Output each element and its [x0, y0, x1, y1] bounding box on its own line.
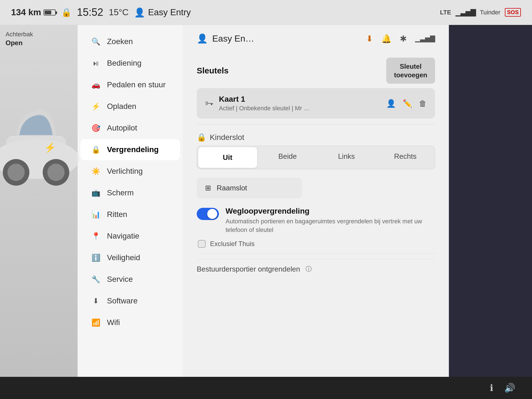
status-left: 134 km 🔒 15:52 15°C 👤 Easy Entry [11, 6, 440, 18]
nav-sidebar: 🔍 Zoeken ⏯ Bediening 🚗 Pedalen en stuur … [78, 25, 183, 377]
taskbar-info-icon[interactable]: ℹ [490, 383, 493, 393]
nav-item-service[interactable]: 🔧 Service [80, 269, 180, 290]
profile-person-icon: 👤 [197, 33, 208, 44]
add-key-button[interactable]: Sleutel toevoegen [386, 58, 435, 84]
nav-item-scherm[interactable]: 📺 Scherm [80, 182, 180, 203]
nav-item-vergrendeling[interactable]: 🔒 Vergrendeling [80, 139, 180, 160]
profile-name-display: 👤 Easy En… [197, 33, 254, 44]
main-area: Achterbak Open ⚡ 🔍 Zoeken ⏯ [0, 25, 532, 377]
search-icon: 🔍 [91, 37, 100, 46]
taskbar: ℹ 🔊 [0, 377, 532, 399]
range-text: 134 km [11, 7, 41, 17]
nav-item-software[interactable]: ⬇ Software [80, 290, 180, 311]
battery-icon [44, 9, 56, 16]
kinderslot-option-rechts[interactable]: Rechts [376, 146, 435, 169]
network-label: Tuinder [480, 9, 500, 16]
exclusief-thuis-checkbox[interactable] [198, 240, 206, 248]
svg-text:⚡: ⚡ [44, 142, 56, 153]
wifi-icon: 📶 [91, 318, 100, 327]
trunk-label: Achterbak Open [6, 30, 33, 47]
nav-item-bediening[interactable]: ⏯ Bediening [80, 53, 180, 74]
nav-label-veiligheid: Veiligheid [107, 253, 140, 262]
nav-item-ritten[interactable]: 📊 Ritten [80, 204, 180, 225]
bell-icon[interactable]: 🔔 [381, 34, 392, 44]
key-info: Kaart 1 Actief | Onbekende sleutel | Mr … [219, 95, 381, 112]
raamslot-label: Raamslot [217, 184, 247, 192]
key-status: Actief | Onbekende sleutel | Mr … [219, 105, 381, 112]
signal-bars-icon: ▁▃▅▇ [456, 8, 475, 17]
lock-status-icon: 🔒 [61, 7, 71, 17]
key-name: Kaart 1 [219, 95, 381, 104]
header-icons: ⬇ 🔔 ✱ ▁▃▅▇ [366, 34, 435, 44]
nav-label-software: Software [107, 296, 138, 305]
nav-item-zoeken[interactable]: 🔍 Zoeken [80, 31, 180, 52]
key-edit-icon[interactable]: ✏️ [403, 99, 412, 108]
nav-item-opladen[interactable]: ⚡ Opladen [80, 96, 180, 117]
divider-2 [197, 253, 435, 254]
kinderslot-label: Kinderslot [210, 133, 244, 142]
nav-item-pedalen[interactable]: 🚗 Pedalen en stuur [80, 74, 180, 95]
nav-item-veiligheid[interactable]: ℹ️ Veiligheid [80, 247, 180, 268]
kinderslot-option-beide[interactable]: Beide [258, 146, 317, 169]
nav-label-verlichting: Verlichting [107, 167, 143, 176]
screen-icon: 📺 [91, 189, 100, 197]
nav-item-wifi[interactable]: 📶 Wifi [80, 312, 180, 333]
taskbar-volume-icon[interactable]: 🔊 [504, 383, 515, 393]
key-assign-person-icon[interactable]: 👤 [386, 99, 396, 108]
key-card: 🗝 Kaart 1 Actief | Onbekende sleutel | M… [197, 88, 435, 119]
raamslot-button[interactable]: ⊞ Raamslot [197, 178, 302, 198]
autopilot-icon: 🎯 [91, 124, 100, 132]
nav-item-navigatie[interactable]: 📍 Navigatie [80, 226, 180, 247]
content-panel: 👤 Easy En… ⬇ 🔔 ✱ ▁▃▅▇ Sleutels Sleutel t… [183, 25, 449, 377]
svg-point-5 [47, 164, 65, 181]
light-icon: ☀️ [91, 167, 100, 176]
nav-label-bediening: Bediening [107, 59, 142, 68]
wegloop-row: Wegloopvergrendeling Automatisch portier… [197, 207, 435, 234]
wegloop-desc: Automatisch portieren en bagageruimtes v… [226, 217, 435, 234]
sleutels-title: Sleutels [197, 66, 229, 75]
pedals-icon: 🚗 [91, 81, 100, 89]
childlock-icon: 🔒 [197, 133, 206, 142]
sos-label: SOS [505, 8, 521, 17]
nav-label-opladen: Opladen [107, 102, 136, 111]
right-panel [449, 25, 532, 377]
service-icon: 🔧 [91, 275, 100, 284]
status-time: 15:52 [77, 6, 103, 18]
window-lock-icon: ⊞ [205, 184, 211, 192]
exclusief-thuis-label: Exclusief Thuis [210, 240, 255, 248]
nav-item-autopilot[interactable]: 🎯 Autopilot [80, 117, 180, 139]
key-icon: 🗝 [205, 99, 213, 108]
nav-label-navigatie: Navigatie [107, 232, 139, 241]
wegloop-title: Wegloopvergrendeling [226, 207, 435, 216]
nav-label-vergrendeling: Vergrendeling [107, 145, 159, 154]
exclusief-thuis-row: Exclusief Thuis [197, 240, 435, 248]
kinderslot-option-uit[interactable]: Uit [198, 147, 257, 168]
charge-icon: ⚡ [91, 102, 100, 111]
status-profile: 👤 Easy Entry [134, 7, 191, 18]
software-icon: ⬇ [91, 297, 100, 305]
download-icon[interactable]: ⬇ [366, 34, 373, 44]
nav-item-verlichting[interactable]: ☀️ Verlichting [80, 161, 180, 182]
svg-point-3 [7, 164, 25, 181]
profile-header: 👤 Easy En… ⬇ 🔔 ✱ ▁▃▅▇ [197, 33, 435, 49]
profile-name: Easy Entry [148, 7, 191, 17]
nav-label-ritten: Ritten [107, 210, 127, 219]
wegloop-toggle[interactable] [197, 208, 219, 220]
safety-icon: ℹ️ [91, 254, 100, 262]
lock-icon: 🔒 [91, 145, 100, 154]
key-delete-icon[interactable]: 🗑 [419, 99, 427, 108]
lte-label: LTE [440, 9, 451, 16]
car-panel: Achterbak Open ⚡ [0, 25, 78, 377]
key-actions: 👤 ✏️ 🗑 [386, 99, 427, 108]
bluetooth-icon[interactable]: ✱ [400, 34, 407, 44]
bestuurder-label: Bestuurdersportier ontgrendelen [197, 265, 300, 273]
bestuurder-section: Bestuurdersportier ontgrendelen ⓘ [197, 259, 435, 273]
bestuurder-info-icon: ⓘ [306, 265, 312, 273]
wegloop-info: Wegloopvergrendeling Automatisch portier… [226, 207, 435, 234]
nav-label-scherm: Scherm [107, 188, 134, 197]
kinderslot-option-links[interactable]: Links [317, 146, 376, 169]
divider-1 [197, 124, 435, 124]
status-bar: 134 km 🔒 15:52 15°C 👤 Easy Entry LTE ▁▃▅… [0, 0, 532, 25]
profile-icon: 👤 [134, 7, 145, 18]
controls-icon: ⏯ [91, 59, 100, 68]
